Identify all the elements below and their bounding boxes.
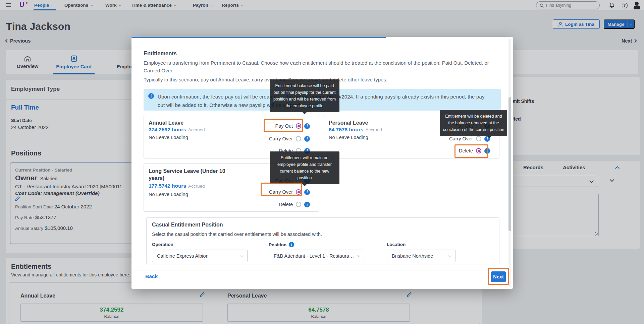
delete-info-icon[interactable] [304, 202, 310, 207]
carry-over-tooltip: Entitlement will remain on employee prof… [270, 151, 339, 184]
operation-select[interactable]: Caffeine Express Albion [152, 250, 248, 262]
chevron-down-icon [240, 254, 243, 257]
option-carry-over[interactable]: Carry Over [269, 135, 310, 143]
delete-tooltip: Entitlement will be deleted and the bala… [440, 110, 507, 136]
operation-value: Caffeine Express Albion [157, 253, 240, 259]
modal-scrollbar-thumb[interactable] [508, 97, 511, 231]
annotation-box-next [488, 268, 509, 285]
operation-label: Operation [152, 242, 173, 247]
leave-card-title: Long Service Leave (Under 10 years) [149, 168, 229, 182]
leave-hours-line: 177.5742 hoursAccrued [149, 183, 205, 189]
footer-divider [131, 270, 513, 270]
leave-loading: No Leave Loading [329, 135, 368, 140]
info-icon [148, 93, 154, 99]
option-label: Carry Over [269, 136, 293, 141]
back-link[interactable]: Back [145, 273, 158, 279]
radio-delete[interactable] [296, 202, 301, 207]
location-value: Brisbane Northside [392, 253, 448, 259]
leave-hours: 177.5742 hours [149, 183, 186, 189]
pay-out-tooltip: Entitlement balance will be paid out on … [270, 79, 339, 112]
carry-over-info-icon[interactable] [304, 136, 310, 142]
position-info-icon[interactable] [289, 242, 294, 247]
annotation-box-pay-out [264, 119, 303, 132]
leave-hours: 374.2592 hours [149, 127, 186, 132]
tooltip-text: Entitlement balance will be paid out on … [273, 83, 336, 108]
pay-out-info-icon[interactable] [304, 123, 310, 129]
position-select[interactable]: F&B Attendant - Level 1 - Restaura… [269, 250, 364, 262]
casual-title: Casual Entitlement Position [152, 222, 223, 228]
tooltip-text: Entitlement will remain on employee prof… [277, 155, 332, 180]
chevron-down-icon [357, 254, 360, 257]
option-label: Carry Over [449, 136, 473, 141]
accrued-label: Accrued [365, 127, 382, 132]
annotation-box-carry-over [261, 183, 302, 196]
modal-intro-1: Employee is transferring from Permanent … [144, 59, 492, 74]
position-value: F&B Attendant - Level 1 - Restaura… [274, 253, 357, 259]
tooltip-text: Entitlement will be deleted and the bala… [443, 114, 504, 132]
chevron-down-icon [448, 254, 451, 257]
tooltip-arrow [302, 112, 307, 114]
leave-hours: 64.7578 hours [329, 127, 363, 132]
annotation-box-delete [454, 144, 488, 158]
leave-card-title: Annual Leave [149, 119, 229, 126]
position-label: Position [269, 242, 294, 247]
location-label: Location [387, 242, 406, 247]
location-select[interactable]: Brisbane Northside [387, 250, 455, 262]
accrued-label: Accrued [188, 127, 205, 132]
option-delete[interactable]: Delete [279, 200, 310, 208]
tooltip-arrow [302, 184, 307, 186]
radio-carry-over[interactable] [296, 136, 301, 141]
modal-intro-2: Typically in this scenario, pay out Annu… [144, 76, 387, 83]
leave-loading: No Leave Loading [149, 192, 188, 197]
casual-subtitle: Select the casual position that carried … [152, 232, 322, 237]
modal-title: Entitlements [144, 50, 177, 57]
accrued-label: Accrued [188, 184, 205, 189]
leave-hours-line: 64.7578 hoursAccrued [329, 127, 382, 133]
carry-over-info-icon[interactable] [304, 189, 310, 195]
wizard-progress-bar [131, 37, 386, 38]
casual-entitlement-section: Casual Entitlement Position Select the c… [146, 217, 499, 264]
leave-hours-line: 374.2592 hoursAccrued [149, 127, 205, 133]
radio-carry-over[interactable] [476, 136, 481, 141]
option-label: Delete [279, 202, 293, 207]
app-root: U People Operations Work Time & attendan… [0, 0, 644, 324]
tooltip-arrow [487, 136, 492, 138]
leave-loading: No Leave Loading [149, 135, 188, 140]
leave-card-title: Personal Leave [329, 119, 409, 126]
